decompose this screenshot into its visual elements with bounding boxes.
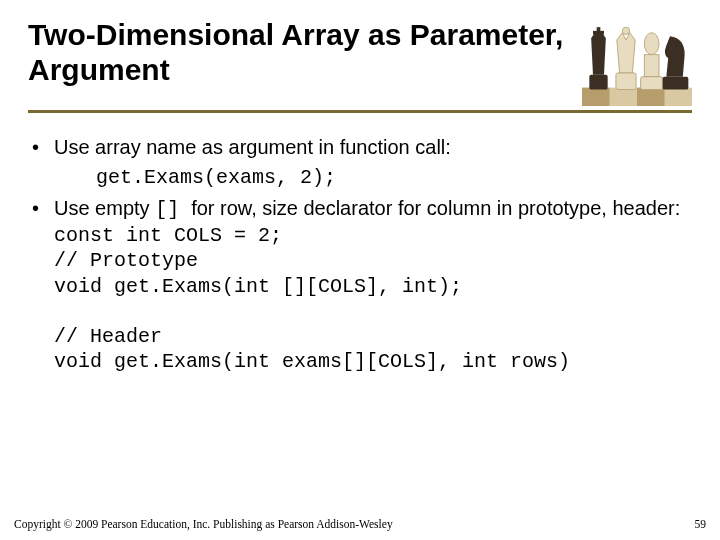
code-header-line: void get.Exams(int exams[][COLS], int ro… — [54, 349, 692, 375]
bullet-2-brackets: [] — [155, 198, 191, 221]
bullet-2-text-a: Use empty — [54, 197, 155, 219]
copyright-text: Copyright © 2009 Pearson Education, Inc.… — [14, 518, 393, 530]
svg-rect-7 — [616, 73, 636, 90]
svg-rect-10 — [641, 77, 663, 90]
code-prototype-comment: // Prototype — [54, 248, 692, 274]
page-title: Two-Dimensional Array as Parameter, Argu… — [28, 18, 574, 87]
page-number: 59 — [695, 518, 707, 530]
svg-rect-2 — [637, 88, 665, 106]
footer: Copyright © 2009 Pearson Education, Inc.… — [14, 518, 706, 530]
title-underline — [28, 110, 692, 113]
code-line-call: get.Exams(exams, 2); — [96, 165, 692, 191]
svg-rect-9 — [644, 55, 659, 77]
svg-rect-11 — [663, 77, 689, 90]
bullet-item-1: Use array name as argument in function c… — [28, 135, 692, 161]
bullet-2-text-b: for row, size declarator for column in p… — [191, 197, 680, 219]
title-row: Two-Dimensional Array as Parameter, Argu… — [28, 18, 692, 106]
svg-rect-1 — [582, 88, 610, 106]
blank-line — [54, 300, 692, 324]
code-prototype-line: void get.Exams(int [][COLS], int); — [54, 274, 692, 300]
code-header-comment: // Header — [54, 324, 692, 350]
slide: Two-Dimensional Array as Parameter, Argu… — [0, 0, 720, 540]
svg-rect-5 — [589, 75, 607, 90]
chess-pieces-icon — [582, 18, 692, 106]
svg-point-6 — [622, 27, 629, 34]
content-area: Use array name as argument in function c… — [28, 135, 692, 375]
code-const-line: const int COLS = 2; — [54, 223, 692, 249]
svg-point-8 — [644, 33, 659, 55]
bullet-1-text: Use array name as argument in function c… — [54, 136, 451, 158]
bullet-item-2: Use empty [] for row, size declarator fo… — [28, 196, 692, 375]
